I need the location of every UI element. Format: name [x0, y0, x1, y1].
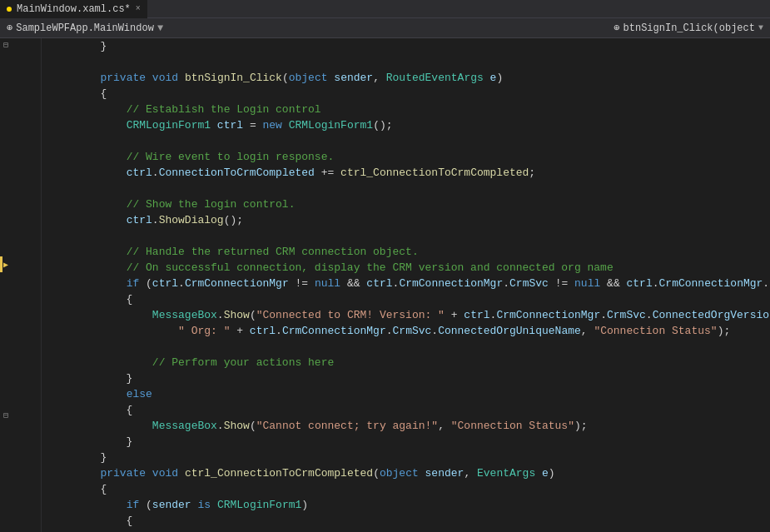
code-line: // Wire event to login response.	[48, 149, 770, 165]
code-line: }	[48, 370, 770, 386]
code-line: if (ctrl.CrmConnectionMgr != null && ctr…	[48, 276, 770, 291]
gutter-line	[0, 271, 41, 285]
code-line: {	[48, 402, 770, 418]
gutter-line	[0, 231, 41, 244]
code-line	[48, 54, 770, 70]
gutter-line	[0, 148, 41, 162]
code-line: if (sender is CRMLoginForm1)	[48, 497, 770, 513]
code-line: private void ctrl_ConnectionToCrmComplet…	[48, 465, 770, 481]
gutter-line	[0, 326, 41, 340]
code-line: }	[48, 434, 770, 450]
gutter-line	[0, 244, 41, 257]
breadcrumb-icon-right: ⊕	[614, 22, 619, 34]
breadcrumb-icon: ⊕	[7, 22, 12, 34]
gutter-line	[0, 505, 41, 518]
gutter-line	[0, 354, 41, 367]
gutter-line	[0, 52, 41, 65]
gutter-line	[0, 436, 41, 450]
gutter-line	[0, 134, 41, 147]
code-line: // Handle the returned CRM connection ob…	[48, 244, 770, 260]
code-line: // Establish the Login control	[48, 102, 770, 117]
gutter-line	[0, 381, 41, 395]
gutter-line	[0, 203, 41, 216]
code-line	[48, 339, 770, 355]
gutter-line	[0, 518, 41, 531]
gutter-line	[0, 285, 41, 298]
code-editor[interactable]: } private void btnSignIn_Click(object se…	[42, 38, 770, 532]
code-line: }	[48, 38, 770, 54]
gutter-line	[0, 176, 41, 189]
gutter-line	[0, 162, 41, 175]
gutter-line	[0, 367, 41, 380]
code-line: private void btnSignIn_Click(object send…	[48, 70, 770, 86]
code-line	[48, 181, 770, 196]
code-line: ctrl.ShowDialog();	[48, 212, 770, 228]
code-line: // Show the login control.	[48, 196, 770, 212]
code-line: MessageBox.Show("Cannot connect; try aga…	[48, 418, 770, 434]
title-bar: MainWindow.xaml.cs* ×	[0, 0, 770, 18]
gutter-line	[0, 450, 41, 463]
line-number-gutter: ⊟ ▶ ⊟	[0, 38, 42, 532]
tab-filename: MainWindow.xaml.cs*	[17, 3, 131, 15]
breadcrumb-bar: ⊕ SampleWPFApp.MainWindow ▼ ⊕ btnSignIn_…	[0, 18, 770, 38]
dropdown-arrow-icon[interactable]: ▼	[758, 23, 763, 32]
code-line: {	[48, 481, 770, 497]
gutter-line: ⊟	[0, 38, 41, 52]
code-line: ctrl.ConnectionToCrmCompleted += ctrl_Co…	[48, 165, 770, 181]
code-line: {	[48, 86, 770, 102]
code-line: // On successful connection, display the…	[48, 260, 770, 276]
gutter-line	[0, 93, 41, 107]
code-line: // Perform your actions here	[48, 355, 770, 370]
code-line: }	[48, 450, 770, 465]
gutter-line	[0, 477, 41, 490]
gutter-line	[0, 490, 41, 504]
gutter-line	[0, 189, 41, 202]
code-line: CRMLoginForm1 ctrl = new CRMLoginForm1()…	[48, 117, 770, 133]
gutter-line	[0, 79, 41, 92]
gutter-line: ▶	[0, 258, 41, 271]
gutter-line	[0, 312, 41, 326]
code-line: {	[48, 291, 770, 307]
code-line	[48, 133, 770, 149]
gutter-line	[0, 66, 41, 79]
gutter-line	[0, 216, 41, 230]
code-line	[48, 228, 770, 244]
code-line: MessageBox.Show("Connected to CRM! Versi…	[48, 307, 770, 323]
code-line: this.Dispatcher.Invoke(() =>	[48, 529, 770, 532]
gutter-line	[0, 107, 41, 120]
gutter-line	[0, 121, 41, 134]
gutter-line	[0, 464, 41, 477]
breadcrumb-class: SampleWPFApp.MainWindow	[16, 22, 154, 34]
editor-tab[interactable]: MainWindow.xaml.cs* ×	[0, 0, 147, 18]
code-line: else	[48, 386, 770, 402]
gutter-line	[0, 340, 41, 353]
code-line: {	[48, 513, 770, 529]
breadcrumb-method: btnSignIn_Click(object	[623, 22, 755, 34]
gutter-line: ⊟	[0, 409, 41, 422]
code-area: ⊟ ▶ ⊟	[0, 38, 770, 532]
gutter-line	[0, 299, 41, 312]
code-line: " Org: " + ctrl.CrmConnectionMgr.CrmSvc.…	[48, 323, 770, 339]
gutter-line	[0, 422, 41, 435]
breadcrumb-separator: ▼	[157, 22, 163, 34]
gutter-line	[0, 395, 41, 408]
close-tab-button[interactable]: ×	[136, 4, 141, 13]
modified-indicator	[7, 7, 12, 12]
